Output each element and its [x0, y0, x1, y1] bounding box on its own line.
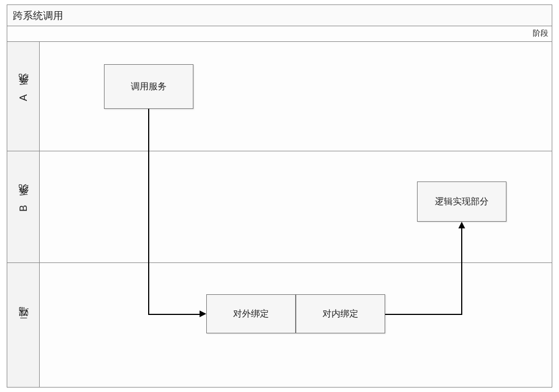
- lane-header-b-system-label: B系统: [17, 202, 30, 212]
- lane-header-a-system-label: A系统: [17, 91, 30, 101]
- node-external-binding: 对外绑定: [206, 294, 296, 333]
- node-call-service: 调用服务: [104, 64, 193, 109]
- lane-header-cloud-label: 云端: [17, 324, 30, 326]
- node-logic-impl: 逻辑实现部分: [417, 181, 506, 222]
- arrow-call-to-external-head: [200, 310, 206, 317]
- phase-label: 阶段: [533, 28, 548, 39]
- lane-header-cloud: 云端: [7, 262, 40, 387]
- diagram-title: 跨系统调用: [7, 5, 552, 26]
- lane-header-column: A系统 B系统 云端: [7, 42, 40, 387]
- node-internal-binding-label: 对内绑定: [323, 308, 358, 320]
- arrow-internal-to-logic-v: [461, 228, 462, 314]
- lane-header-b-system: B系统: [7, 151, 40, 262]
- phase-bar: 阶段: [7, 26, 552, 42]
- node-logic-impl-label: 逻辑实现部分: [435, 196, 489, 208]
- node-external-binding-label: 对外绑定: [233, 308, 269, 320]
- arrow-call-to-external-h: [148, 314, 200, 315]
- diagram-title-text: 跨系统调用: [13, 10, 63, 21]
- lane-header-a-system: A系统: [7, 42, 40, 151]
- diagram-content: 调用服务 逻辑实现部分 对外绑定 对内绑定: [40, 42, 552, 387]
- arrow-call-to-external-v: [148, 109, 149, 314]
- node-call-service-label: 调用服务: [131, 81, 167, 93]
- arrow-internal-to-logic-h: [385, 314, 462, 315]
- arrow-internal-to-logic-head: [458, 222, 465, 228]
- node-internal-binding: 对内绑定: [296, 294, 385, 333]
- swimlane-diagram: 跨系统调用 阶段 A系统 B系统 云端 调用服务 逻辑实现部分: [7, 4, 552, 388]
